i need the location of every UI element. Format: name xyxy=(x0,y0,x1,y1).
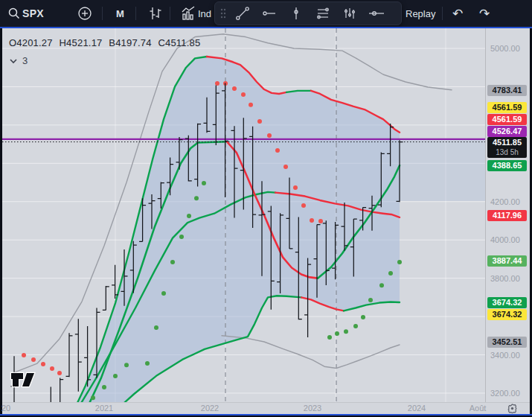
trend-line-icon[interactable] xyxy=(230,3,255,24)
price-badge: 4117.96 xyxy=(487,210,527,221)
vertical-line-icon[interactable] xyxy=(283,3,309,24)
undo-icon[interactable]: ↶ xyxy=(452,0,463,27)
time-axis-label: Août xyxy=(469,404,487,413)
price-axis-label: 5000.00 xyxy=(490,44,520,53)
price-badge: 3452.51 xyxy=(487,337,527,348)
chart-area[interactable]: O4201.27 H4521.17 B4197.74 C4511.85 3 xyxy=(2,28,485,402)
price-badge: 4388.65 xyxy=(487,160,527,171)
price-scale[interactable]: 5000.004200.004000.003800.003400.003200.… xyxy=(485,28,530,402)
band-fill xyxy=(71,57,400,402)
toolbar-separator xyxy=(442,7,443,20)
parallel-lines-icon[interactable] xyxy=(310,3,336,24)
drawing-toolbar xyxy=(214,1,402,25)
price-badge: 3674.32 xyxy=(487,297,527,308)
price-axis-label: 4200.00 xyxy=(490,197,520,206)
price-axis-label: 3800.00 xyxy=(490,274,520,283)
line-outer-band-lower xyxy=(222,336,400,369)
drag-handle[interactable] xyxy=(218,3,228,24)
top-toolbar: SPX M Ind xyxy=(0,0,532,27)
price-badge: 4561.59 xyxy=(487,114,527,125)
time-axis[interactable]: 202021202220232024Août xyxy=(2,402,530,414)
bars-pattern-icon[interactable] xyxy=(337,3,362,24)
chart-plot xyxy=(2,28,485,402)
price-badge: 3887.44 xyxy=(487,255,527,267)
indicators-button[interactable]: Ind xyxy=(198,0,211,27)
current-price-badge: 4511.8513d 5h xyxy=(487,137,527,158)
bottom-accent-line xyxy=(0,414,532,416)
interval-button[interactable]: M xyxy=(116,0,124,27)
replay-button[interactable]: Replay xyxy=(406,0,435,27)
price-axis-label: 3400.00 xyxy=(490,351,520,360)
time-axis-label: 2022 xyxy=(201,404,219,413)
ohlc-legend: O4201.27 H4521.17 B4197.74 C4511.85 xyxy=(9,37,200,48)
symbol-button[interactable]: SPX xyxy=(22,0,44,27)
search-icon[interactable] xyxy=(7,0,21,27)
time-axis-label: 2024 xyxy=(408,404,426,413)
hidden-indicator-count: 3 xyxy=(22,55,28,66)
time-axis-label: 2023 xyxy=(304,404,321,413)
indicators-icon[interactable] xyxy=(180,0,196,27)
horizontal-ray-icon[interactable] xyxy=(364,3,389,24)
toolbar-separator xyxy=(170,7,170,20)
tradingview-logo[interactable] xyxy=(8,369,39,392)
bar-countdown: 13d 5h xyxy=(487,148,527,157)
horizontal-line-icon[interactable] xyxy=(257,3,282,24)
time-axis-label: 20 xyxy=(1,404,10,413)
price-axis-label: 4000.00 xyxy=(490,235,520,244)
indicator-collapse-row[interactable]: 3 xyxy=(9,55,28,66)
time-axis-label: 2021 xyxy=(95,404,113,413)
price-badge: 4526.47 xyxy=(487,126,527,137)
redo-icon[interactable]: ↷ xyxy=(479,0,490,27)
bar-style-icon[interactable] xyxy=(147,0,164,27)
price-axis-label: 3200.00 xyxy=(490,389,520,398)
chevron-down-icon xyxy=(9,58,18,64)
compare-add-icon[interactable] xyxy=(77,0,92,27)
price-badge: 4783.41 xyxy=(487,85,527,96)
price-badge: 4561.59 xyxy=(487,102,527,113)
price-badge: 3674.32 xyxy=(487,309,527,320)
right-fill-strip xyxy=(400,139,485,201)
toolbar-separator xyxy=(102,7,103,20)
tradingview-window: { "toolbar": { "symbol": "SPX", "interva… xyxy=(0,0,532,417)
toolbar-separator xyxy=(135,7,136,20)
